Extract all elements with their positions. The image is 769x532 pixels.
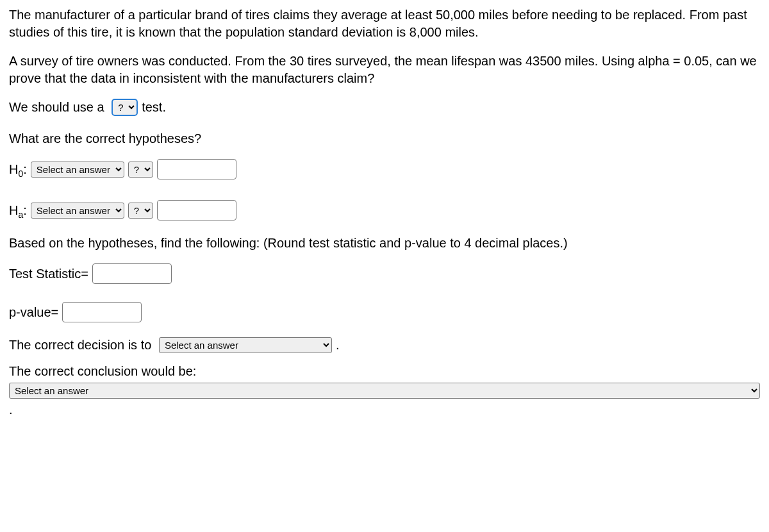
pvalue-label: p-value= — [9, 304, 58, 321]
decision-select[interactable]: Select an answer — [159, 337, 332, 353]
test-type-row: We should use a ? test. — [9, 99, 760, 116]
h0-symbol-select[interactable]: Select an answer — [31, 162, 124, 178]
conclusion-select[interactable]: Select an answer — [9, 383, 760, 399]
conclusion-label: The correct conclusion would be: — [9, 363, 760, 380]
h0-label: H0: — [9, 161, 27, 178]
conclusion-block: The correct conclusion would be: Select … — [9, 363, 760, 399]
test-statistic-label: Test Statistic= — [9, 265, 88, 283]
paragraph-2: A survey of tire owners was conducted. F… — [9, 53, 760, 87]
ha-label: Ha: — [9, 202, 27, 219]
h0-value-input[interactable] — [157, 159, 236, 179]
decision-row: The correct decision is to Select an ans… — [9, 337, 760, 354]
ha-symbol-select[interactable]: Select an answer — [31, 203, 124, 219]
test-statistic-input[interactable] — [92, 263, 172, 284]
paragraph-1: The manufacturer of a particular brand o… — [9, 6, 760, 41]
h0-row: H0: Select an answer ? — [9, 159, 760, 179]
test-type-suffix: test. — [142, 99, 166, 116]
decision-prefix: The correct decision is to — [9, 337, 155, 354]
ha-value-input[interactable] — [157, 200, 236, 220]
pvalue-row: p-value= — [9, 302, 760, 322]
h0-operator-select[interactable]: ? — [128, 162, 153, 178]
bullet-dot: . — [9, 401, 760, 419]
test-type-select[interactable]: ? — [112, 99, 138, 116]
ha-operator-select[interactable]: ? — [128, 203, 153, 219]
decision-suffix: . — [336, 337, 340, 354]
test-type-prefix: We should use a — [9, 99, 108, 116]
instruction: Based on the hypotheses, find the follow… — [9, 235, 760, 252]
test-statistic-row: Test Statistic= — [9, 263, 760, 284]
ha-row: Ha: Select an answer ? — [9, 200, 760, 220]
hypotheses-question: What are the correct hypotheses? — [9, 130, 760, 147]
pvalue-input[interactable] — [62, 302, 142, 322]
